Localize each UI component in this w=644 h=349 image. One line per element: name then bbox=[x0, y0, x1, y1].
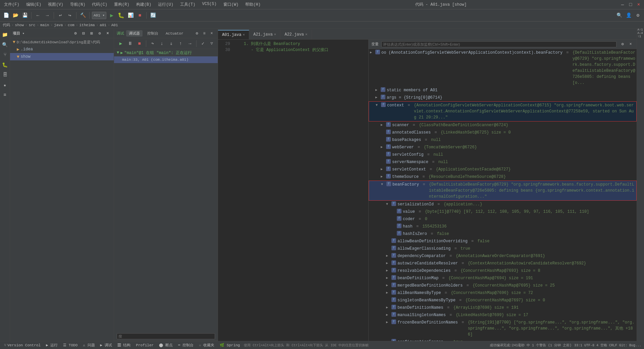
debug-button[interactable]: 🐛 bbox=[117, 11, 125, 19]
tab-close-icon[interactable]: × bbox=[274, 33, 276, 37]
breadcrumb-item[interactable]: com bbox=[68, 23, 74, 27]
step-over-button[interactable]: ↷ bbox=[149, 40, 157, 48]
tab-close-icon[interactable]: × bbox=[243, 33, 245, 37]
step-out-button[interactable]: ↑ bbox=[176, 40, 184, 48]
menu-item[interactable]: 工具(T) bbox=[179, 1, 197, 8]
open-button[interactable]: 📂 bbox=[11, 11, 19, 19]
menu-item[interactable]: 代码(C) bbox=[91, 1, 109, 8]
menu-item[interactable]: 导航(N) bbox=[69, 1, 87, 8]
tree-item-idea[interactable]: ▶ .idea bbox=[10, 46, 114, 53]
spring-status[interactable]: 🌿 Spring bbox=[218, 343, 241, 347]
tree-root[interactable]: ▼ D:\BaiduNetdiskDownload\Spring是是\代码 bbox=[10, 38, 114, 46]
todo-status[interactable]: ☰ TODO bbox=[62, 343, 79, 347]
var-row[interactable]: f servletConfig = null bbox=[369, 151, 637, 158]
structure-icon[interactable]: ≡ bbox=[1, 91, 9, 99]
var-row[interactable]: f serverNamespace = null bbox=[369, 158, 637, 166]
filter-icon[interactable]: ▽ bbox=[208, 40, 215, 47]
database-icon[interactable]: 🗄 bbox=[1, 70, 9, 79]
menu-item[interactable]: 构建(B) bbox=[135, 1, 153, 8]
menu-item[interactable]: 重构(R) bbox=[113, 1, 131, 8]
editor-tab[interactable]: A22.java × bbox=[280, 30, 312, 39]
settings-icon[interactable]: ⚙ bbox=[634, 11, 642, 19]
run-button[interactable]: ▶ bbox=[108, 11, 116, 19]
menu-item[interactable]: 帮助(H) bbox=[244, 1, 262, 8]
filter-input[interactable] bbox=[117, 333, 215, 339]
right-icon-1[interactable]: A↑1 A↓4 ↑1 bbox=[638, 30, 644, 36]
var-row[interactable]: f value = {byte[11]@7740} [97, 112, 112,… bbox=[369, 208, 637, 215]
var-row[interactable]: f annotatedClasses = {LinkedHashSet@6725… bbox=[369, 129, 637, 136]
var-row[interactable]: ▶ f servletContext = {ApplicationContext… bbox=[369, 166, 637, 173]
vars-filter-input[interactable] bbox=[381, 41, 616, 47]
debug-status[interactable]: ▶ 调试 bbox=[99, 343, 113, 348]
var-row[interactable]: f hashIsZero = false bbox=[369, 230, 637, 238]
new-file-button[interactable]: 📄 bbox=[2, 11, 10, 19]
vars-settings-icon[interactable]: ⚙ bbox=[619, 41, 626, 48]
resume-button[interactable]: ▶ bbox=[117, 40, 125, 48]
hide-icon[interactable]: × bbox=[104, 30, 111, 37]
code-editor[interactable]: 29 1. 到底什么是 BeanFactory 30 - 它是 Applicat… bbox=[218, 40, 368, 341]
var-row[interactable]: ▶ f themeSource = {ResourceBundleThemeSo… bbox=[369, 173, 637, 181]
menu-bar[interactable]: 文件(F)编辑(E)视图(V)导航(N)代码(C)重构(R)构建(B)运行(U)… bbox=[3, 1, 262, 8]
expand-icon[interactable]: ⊞ bbox=[88, 30, 95, 37]
breadcrumb-item[interactable]: itheima bbox=[79, 23, 95, 27]
var-row[interactable]: ▼ f context = {AnnotationConfigServletWe… bbox=[369, 101, 637, 121]
breadcrumb-item[interactable]: 代码 bbox=[3, 22, 10, 28]
redo-button[interactable]: ↪ bbox=[66, 11, 74, 19]
var-row[interactable]: ▶ f allBeanNamesByType = {ConcurrentHash… bbox=[369, 289, 637, 297]
coverage-button[interactable]: 📊 bbox=[126, 11, 135, 19]
locate-icon[interactable]: ⊙ bbox=[72, 30, 79, 37]
menu-item[interactable]: 文件(F) bbox=[3, 1, 21, 8]
breakpoints-status[interactable]: ⬤ 断点 bbox=[158, 343, 174, 348]
stop-debug-button[interactable]: ■ bbox=[136, 40, 144, 48]
menu-item[interactable]: 视图(V) bbox=[47, 1, 65, 8]
var-row[interactable]: f hash = 1554253136 bbox=[369, 223, 637, 230]
var-row[interactable]: f coder = 0 bbox=[369, 215, 637, 223]
menu-item[interactable]: 编辑(E) bbox=[25, 1, 43, 8]
step-into-button[interactable]: ↓ bbox=[158, 40, 166, 48]
menu-item[interactable]: 运行(U) bbox=[157, 1, 175, 8]
var-row[interactable]: ▶ f autowireCandidateResolver = {Context… bbox=[369, 260, 637, 267]
var-row[interactable]: ▶ f beanDefinitionMap = {ConcurrentHashM… bbox=[369, 275, 637, 282]
refresh-button[interactable]: 🔄 bbox=[149, 11, 157, 19]
save-button[interactable]: 💾 bbox=[21, 11, 29, 19]
var-row[interactable]: ▶ f static members of A01 bbox=[369, 87, 637, 94]
stop-button[interactable]: ■ bbox=[136, 11, 144, 19]
gear-icon[interactable]: ⚙ bbox=[96, 30, 103, 37]
debug-thread[interactable]: ▼ ▶ "main"@1 在组 "main": 正在运行 bbox=[114, 49, 218, 56]
debug-frame-main[interactable]: main:33, A01 (com.itheima.a01) bbox=[114, 56, 218, 63]
var-row[interactable]: f basePackages = null bbox=[369, 136, 637, 144]
breadcrumb-item[interactable]: A01 bbox=[111, 23, 118, 27]
maximize-button[interactable]: □ bbox=[628, 2, 633, 7]
evaluate-button[interactable]: ✓ bbox=[199, 40, 207, 48]
var-row[interactable]: ▶ f dependencyComparator = {AnnotationAw… bbox=[369, 252, 637, 260]
var-row[interactable]: f allowBeanDefinitionOverriding = false bbox=[369, 238, 637, 245]
var-row[interactable]: ▶ f oo (AnnotationConfigServletWebServer… bbox=[369, 49, 637, 87]
breadcrumb-item[interactable]: a01 bbox=[100, 23, 106, 27]
tab-actuator[interactable]: Actuator bbox=[163, 31, 186, 36]
debug-icon[interactable]: 🐛 bbox=[1, 60, 9, 69]
search-button[interactable]: 🔍 bbox=[615, 11, 623, 19]
tab-close-icon[interactable]: × bbox=[305, 33, 308, 37]
structure-status[interactable]: ☰ 结构 bbox=[116, 343, 132, 348]
undo-button[interactable]: ↩ bbox=[56, 11, 64, 19]
project-icon[interactable]: 📁 bbox=[1, 30, 9, 39]
tab-console[interactable]: 控制台 bbox=[145, 30, 161, 37]
project-tree[interactable]: ▼ D:\BaiduNetdiskDownload\Spring是是\代码 ▶ … bbox=[10, 38, 114, 341]
menu-item[interactable]: VCS(S) bbox=[201, 1, 218, 8]
tree-item-show[interactable]: ▼ show bbox=[10, 53, 114, 60]
var-row[interactable]: ▶ f beanDefinitionNames = {ArrayList@769… bbox=[369, 304, 637, 311]
editor-tab[interactable]: A21.java × bbox=[249, 30, 280, 39]
var-row[interactable]: f allowEagerClassLoading = true bbox=[369, 245, 637, 252]
pause-button[interactable]: ⏸ bbox=[126, 40, 134, 48]
force-step-into-button[interactable]: ⇓ bbox=[167, 40, 175, 48]
search-icon[interactable]: 🔍 bbox=[1, 40, 9, 49]
var-row[interactable]: f configurationFrozen = true bbox=[369, 338, 637, 341]
menu-item[interactable]: 窗口(W) bbox=[222, 1, 240, 8]
vcs-icon[interactable]: ⑂ bbox=[1, 50, 9, 59]
var-row[interactable]: ▶ f webServer = {TomcatWebServer@6726} bbox=[369, 144, 637, 151]
breadcrumb-item[interactable]: java bbox=[54, 23, 63, 27]
editor-tab[interactable]: A01.java × bbox=[218, 30, 249, 39]
forward-button[interactable]: → bbox=[43, 11, 51, 19]
breadcrumb-item[interactable]: main bbox=[40, 23, 49, 27]
run-status[interactable]: ▶ 运行 bbox=[45, 343, 59, 348]
